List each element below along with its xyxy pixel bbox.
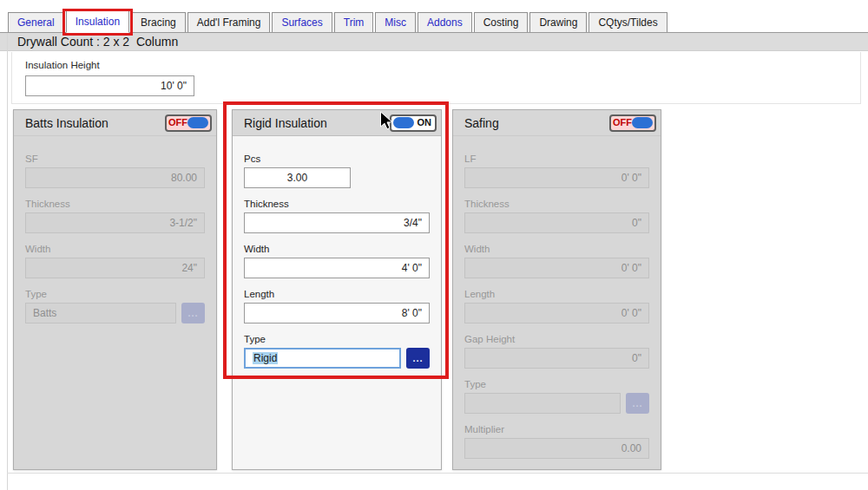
panel-safing: SafingOFFLF0' 0"Thickness0"Width0' 0"Len… [452, 109, 661, 470]
rigid-insulation-length-input[interactable]: 8' 0" [244, 303, 430, 323]
bottom-divider [7, 473, 868, 474]
tab-bracing[interactable]: Bracing [131, 12, 186, 32]
batts-insulation-width-label: Width [25, 244, 205, 254]
rigid-insulation-thickness-input[interactable]: 3/4" [244, 212, 430, 233]
insulation-height-label: Insulation Height [12, 52, 860, 70]
tab-trim[interactable]: Trim [334, 12, 374, 32]
safing-type-browse-button: ... [626, 393, 649, 414]
toggle-knob [632, 117, 653, 128]
tab-drawing[interactable]: Drawing [529, 12, 587, 32]
panel-rigid-insulation: Rigid InsulationONPcs3.00Thickness3/4"Wi… [232, 109, 442, 470]
rigid-insulation-type-browse-button[interactable]: ... [406, 348, 430, 369]
rigid-insulation-toggle[interactable]: ON [390, 114, 437, 132]
safing-multiplier-input: 0.00 [464, 438, 649, 459]
tab-costing[interactable]: Costing [474, 12, 529, 32]
insulation-height-input[interactable]: 10' 0" [25, 75, 194, 96]
rigid-insulation-type-input[interactable]: Rigid [244, 348, 401, 369]
tab-cqtys-tildes[interactable]: CQtys/Tildes [589, 12, 667, 32]
rigid-insulation-thickness-label: Thickness [244, 199, 430, 209]
safing-gap-height-input: 0" [464, 348, 649, 369]
safing-length-label: Length [464, 289, 649, 299]
rigid-insulation-pcs-input[interactable]: 3.00 [244, 167, 351, 188]
toggle-state-label: OFF [613, 118, 632, 127]
safing-type-label: Type [464, 379, 649, 389]
tab-addons[interactable]: Addons [418, 12, 472, 32]
safing-toggle[interactable]: OFF [609, 114, 656, 132]
batts-insulation-type-label: Type [25, 289, 205, 299]
batts-insulation-thickness-input: 3-1/2" [25, 212, 205, 233]
toggle-state-label: ON [418, 118, 434, 127]
batts-insulation-type-browse-button: ... [181, 303, 205, 323]
tab-add-l-framing[interactable]: Add'l Framing [187, 12, 271, 32]
batts-insulation-sf-label: SF [25, 154, 205, 164]
insulation-height-group: Insulation Height 10' 0" [11, 52, 861, 104]
toggle-state-label: OFF [168, 118, 187, 127]
left-divider [7, 33, 8, 490]
safing-thickness-label: Thickness [464, 199, 649, 209]
rigid-insulation-width-input[interactable]: 4' 0" [244, 258, 430, 278]
batts-insulation-type-input: Batts [25, 303, 176, 323]
safing-width-input: 0' 0" [464, 258, 649, 278]
safing-lf-label: LF [464, 154, 649, 164]
tab-misc[interactable]: Misc [375, 12, 416, 32]
panel-batts-insulation: Batts InsulationOFFSF80.00Thickness3-1/2… [13, 109, 217, 470]
safing-lf-input: 0' 0" [464, 167, 649, 188]
rigid-insulation-width-label: Width [244, 244, 430, 254]
safing-length-input: 0' 0" [464, 303, 649, 323]
batts-insulation-thickness-label: Thickness [25, 199, 205, 209]
rigid-insulation-title: Rigid Insulation [244, 116, 327, 130]
batts-insulation-width-input: 24" [25, 258, 205, 278]
safing-multiplier-label: Multiplier [464, 424, 649, 434]
toggle-knob [393, 117, 414, 128]
tab-bar: GeneralInsulationBracingAdd'l FramingSur… [0, 0, 868, 33]
mouse-cursor-icon [379, 111, 394, 134]
batts-insulation-toggle[interactable]: OFF [165, 114, 212, 132]
rigid-insulation-length-label: Length [244, 289, 430, 299]
tab-insulation[interactable]: Insulation [66, 10, 129, 33]
safing-type-input [464, 393, 621, 414]
toggle-knob [187, 117, 208, 128]
rigid-insulation-pcs-label: Pcs [244, 154, 430, 164]
safing-width-label: Width [464, 244, 649, 254]
safing-gap-height-label: Gap Height [464, 334, 649, 344]
batts-insulation-sf-input: 80.00 [25, 167, 205, 188]
tab-surfaces[interactable]: Surfaces [272, 12, 332, 32]
tab-general[interactable]: General [8, 12, 64, 32]
safing-thickness-input: 0" [464, 212, 649, 233]
page-title: Drywall Count : 2 x 2 Column [0, 33, 868, 51]
batts-insulation-title: Batts Insulation [25, 116, 108, 130]
rigid-insulation-type-label: Type [244, 334, 430, 344]
header-bar: Drywall Count : 2 x 2 Column [0, 33, 868, 51]
safing-title: Safing [464, 116, 499, 130]
